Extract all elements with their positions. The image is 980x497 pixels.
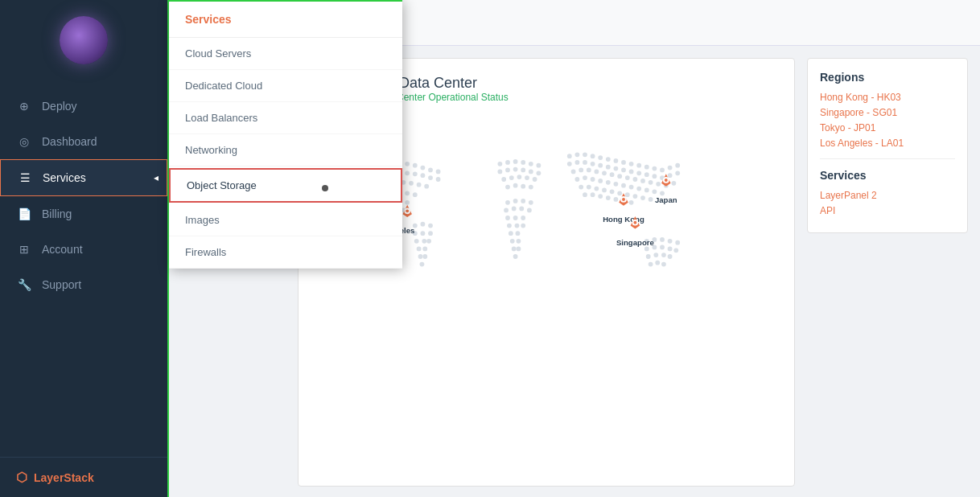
svg-point-133 [625,175,630,180]
sidebar-nav: ⊕ Deploy ◎ Dashboard ☰ Services ◂ 📄 Bill… [0,80,167,457]
svg-point-62 [513,167,518,172]
svg-point-100 [598,155,603,160]
svg-point-47 [422,239,426,244]
svg-point-85 [521,216,525,220]
svg-point-168 [629,200,634,205]
services-title: Services [820,169,955,182]
region-hk03-link[interactable]: Hong Kong - HK03 [820,92,955,103]
svg-point-105 [636,163,641,168]
svg-point-49 [417,247,422,252]
svg-point-196 [665,179,668,182]
dropdown-item-object-storage[interactable]: Object Storage [169,168,402,203]
svg-point-161 [649,197,653,202]
svg-point-86 [507,224,512,228]
sidebar-item-dashboard[interactable]: ◎ Dashboard [0,124,167,159]
svg-point-101 [606,157,611,162]
svg-point-53 [420,262,425,267]
service-layerpanel2-link[interactable]: LayerPanel 2 [820,190,955,201]
dropdown-item-load-balancers[interactable]: Load Balancers [169,102,402,134]
svg-point-71 [505,185,510,190]
svg-point-20 [428,175,433,180]
region-jp01-link[interactable]: Tokyo - JP01 [820,122,955,133]
svg-point-172 [668,239,673,244]
svg-point-145 [614,182,619,187]
svg-point-95 [513,254,518,259]
svg-point-59 [537,163,541,168]
svg-point-89 [509,231,513,236]
svg-point-146 [621,183,626,188]
sidebar-item-support[interactable]: 🔧 Support [0,267,167,302]
svg-point-75 [505,200,510,205]
svg-point-9 [413,163,418,168]
svg-point-108 [660,168,665,173]
svg-point-130 [602,170,607,175]
file-icon: 📄 [16,206,32,222]
dropdown-item-firewalls[interactable]: Firewalls [169,236,402,269]
svg-point-80 [512,207,517,212]
svg-point-192 [622,198,625,201]
svg-point-82 [527,208,532,213]
svg-point-122 [653,174,657,179]
dropdown-item-cloud-servers[interactable]: Cloud Servers [169,38,402,70]
svg-point-183 [649,262,653,267]
chevron-left-icon: ◂ [154,172,159,183]
svg-point-107 [653,166,657,171]
svg-point-10 [421,166,426,170]
plus-icon: ⊕ [16,98,32,114]
svg-point-18 [413,171,418,176]
svg-point-42 [428,224,433,228]
svg-point-144 [606,180,611,185]
svg-point-64 [529,170,533,175]
dropdown-item-images[interactable]: Images [169,204,402,236]
svg-point-179 [646,254,651,259]
svg-point-118 [621,168,626,173]
svg-point-26 [409,181,414,186]
svg-point-44 [421,231,426,236]
dropdown-item-networking[interactable]: Networking [169,134,402,166]
svg-point-155 [602,188,607,193]
svg-point-141 [583,175,587,180]
svg-point-36 [405,200,410,205]
svg-point-66 [501,177,506,182]
svg-point-97 [575,152,580,157]
sidebar-item-deploy[interactable]: ⊕ Deploy [0,88,167,124]
svg-point-92 [517,239,521,244]
gauge-icon: ◎ [16,133,32,150]
region-la01-link[interactable]: Los Angeles - LA01 [820,138,955,149]
svg-point-74 [529,185,533,190]
svg-point-102 [614,158,619,163]
svg-point-88 [521,224,525,228]
list-icon: ☰ [17,170,33,186]
svg-point-104 [629,162,634,166]
svg-point-45 [428,231,433,236]
sidebar-item-billing[interactable]: 📄 Billing [0,196,167,232]
region-sg01-link[interactable]: Singapore - SG01 [820,107,955,118]
sidebar-item-services[interactable]: ☰ Services ◂ [0,159,167,196]
svg-point-51 [418,254,423,259]
svg-point-96 [567,154,572,158]
svg-point-72 [513,183,518,188]
svg-point-174 [644,247,649,252]
dropdown-item-dedicated-cloud[interactable]: Dedicated Cloud [169,70,402,102]
svg-point-58 [529,162,533,166]
svg-point-147 [629,185,634,190]
svg-point-94 [517,247,521,252]
svg-point-65 [537,170,541,175]
sidebar-item-label-services: Services [43,171,86,184]
wrench-icon: 🔧 [16,277,32,293]
sidebar-item-account[interactable]: ⊞ Account [0,232,167,267]
svg-point-153 [587,185,591,190]
sidebar-item-label-support: Support [42,278,81,291]
svg-point-164 [598,194,603,199]
svg-point-60 [498,170,503,175]
svg-point-114 [591,162,595,166]
svg-point-119 [629,170,634,175]
svg-point-27 [417,183,422,187]
svg-point-129 [595,170,599,175]
service-api-link[interactable]: API [820,205,955,216]
info-divider [820,158,955,159]
svg-point-178 [673,248,678,253]
svg-point-182 [668,254,673,259]
svg-point-176 [660,245,665,250]
svg-point-115 [598,163,603,168]
